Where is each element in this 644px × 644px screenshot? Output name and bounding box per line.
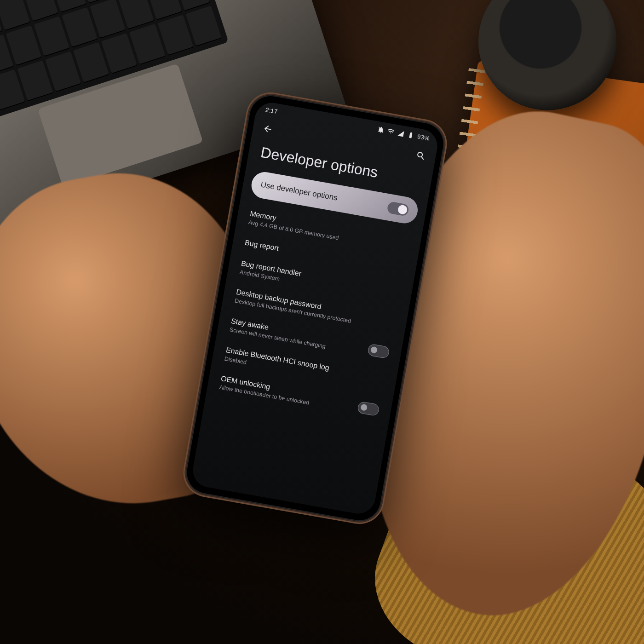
battery-percent: 93% <box>417 133 430 142</box>
status-time: 2:17 <box>265 106 278 115</box>
settings-list: Memory Avg 4.4 GB of 8.0 GB memory used … <box>206 201 422 427</box>
dnd-off-icon <box>377 126 385 133</box>
battery-icon <box>407 131 414 139</box>
oem-unlock-switch[interactable] <box>357 401 380 417</box>
wifi-icon <box>387 127 395 135</box>
signal-icon <box>397 129 405 137</box>
desk-scene: 2:17 93% <box>0 0 644 644</box>
stay-awake-switch[interactable] <box>367 343 390 359</box>
search-button[interactable] <box>409 144 433 167</box>
master-toggle-switch[interactable] <box>386 201 409 217</box>
back-button[interactable] <box>256 117 280 141</box>
master-toggle-label: Use developer options <box>260 180 338 203</box>
